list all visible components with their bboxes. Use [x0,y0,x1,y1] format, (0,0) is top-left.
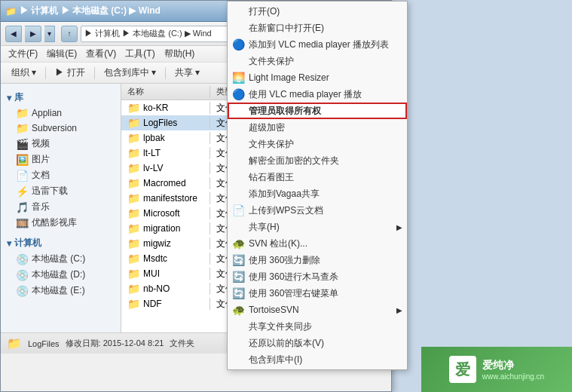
ctx-item-label: 上传到WPS云文档 [249,204,323,217]
context-menu-item[interactable]: 🌅Light Image Resizer [228,69,407,86]
title-bar-left: 📁 ▶ 计算机 ▶ 本地磁盘 (C:) ▶ Wind [5,5,161,17]
ctx-item-label: 添加到Vagaa共享 [249,188,320,201]
ctx-item-icon: 🐢 [232,237,245,250]
sidebar-folder-icon: 🎞️ [16,217,29,229]
sidebar-item-video[interactable]: 🎬 视频 [4,136,118,152]
sidebar-item-drive-c[interactable]: 💿 本地磁盘 (C:) [4,251,118,267]
menu-file[interactable]: 文件(F) [4,47,42,62]
nav-dropdown-button[interactable]: ▾ [44,26,55,42]
watermark-brand: 爱纯净 [482,358,544,372]
context-menu-item[interactable]: 钻石看图王 [228,169,407,185]
context-menu-item[interactable]: 共享文件夹同步 [228,318,407,335]
up-button[interactable]: ↑ [61,26,78,42]
sidebar-item-drive-d[interactable]: 💿 本地磁盘 (D:) [4,267,118,283]
file-name: lv-LV [143,163,163,173]
ctx-item-label: 添加到 VLC media player 播放列表 [249,38,389,51]
drive-c-icon: 💿 [16,253,29,265]
folder-icon: 📁 [127,283,140,295]
ctx-item-label: 使用 360强力删除 [249,254,320,267]
ctx-item-label: 文件夹保护 [249,55,294,68]
context-menu-item[interactable]: 文件夹保护 [228,136,407,152]
context-menu-item[interactable]: 超级加密 [228,119,407,136]
context-menu-item[interactable]: 添加到Vagaa共享 [228,185,407,202]
context-menu-item[interactable]: 📄上传到WPS云文档 [228,202,407,219]
ctx-item-label: 包含到库中(I) [249,354,302,366]
menu-tools[interactable]: 工具(T) [121,47,159,62]
folder-icon: 📁 [127,162,140,174]
sidebar-folder-icon: 📁 [16,122,29,134]
sidebar-folder-icon: 📁 [16,107,29,119]
sidebar-item-music[interactable]: 🎵 音乐 [4,199,118,215]
toolbar-organize[interactable]: 组织 ▾ [5,65,42,81]
folder-icon: 📁 [127,132,140,144]
context-menu-item[interactable]: 🐢SVN 检出(K)... [228,235,407,252]
menu-help[interactable]: 帮助(H) [160,47,200,62]
ctx-item-label: 管理员取得所有权 [249,105,321,118]
toolbar-open[interactable]: ▶ 打开 [49,65,90,81]
context-menu-item[interactable]: 🔄使用 360进行木马查杀 [228,268,407,285]
sidebar-item-youku[interactable]: 🎞️ 优酷影视库 [4,215,118,231]
ctx-item-label: 解密全面加密的文件夹 [249,155,339,167]
explorer-window: 📁 ▶ 计算机 ▶ 本地磁盘 (C:) ▶ Wind ─ □ ✕ ◀ ▶ ▾ ↑… [0,0,392,392]
drive-d-icon: 💿 [16,269,29,281]
context-menu-item[interactable]: 🔵添加到 VLC media player 播放列表 [228,36,407,53]
sidebar-folder-icon: 📄 [16,170,29,182]
sidebar-item-pictures[interactable]: 🖼️ 图片 [4,152,118,167]
ctx-item-icon: 🌅 [232,72,245,84]
context-menu-item[interactable]: 🔵使用 VLC media player 播放 [228,86,407,103]
computer-icon: ▾ [7,238,11,249]
menu-edit[interactable]: 编辑(E) [42,47,81,62]
context-menu-item[interactable]: 包含到库中(I) [228,351,407,368]
context-menu-item[interactable]: 还原以前的版本(V) [228,335,407,351]
sidebar-item-documents[interactable]: 📄 文档 [4,167,118,183]
ctx-item-label: TortoiseSVN [249,305,299,315]
sidebar-item-subversion[interactable]: 📁 Subversion [4,121,118,136]
context-menu-item[interactable]: 打开(O) [228,3,407,20]
status-filename: LogFiles [28,339,60,348]
toolbar-share[interactable]: 共享 ▾ [169,65,206,81]
sidebar-item-applian[interactable]: 📁 Applian [4,106,118,121]
file-name: Msdtc [143,253,167,264]
file-name: lt-LT [143,148,161,158]
sidebar-folder-icon: ⚡ [16,185,29,198]
folder-icon: 📁 [127,237,140,250]
ctx-item-icon: 🔵 [232,38,245,51]
toolbar-include[interactable]: 包含到库中 ▾ [98,65,162,81]
context-menu-item[interactable]: 🔄使用 360管理右键菜单 [228,285,407,302]
sidebar-section-computer: ▾ 计算机 💿 本地磁盘 (C:) 💿 本地磁盘 (D:) 💿 本地磁盘 (E:… [4,235,118,299]
file-name: LogFiles [143,118,177,128]
context-menu-item[interactable]: 共享(H)▶ [228,219,407,235]
drive-e-icon: 💿 [16,285,29,297]
sidebar-item-drive-e[interactable]: 💿 本地磁盘 (E:) [4,283,118,299]
context-menu-item[interactable]: 在新窗口中打开(E) [228,20,407,36]
context-menu-item[interactable]: 文件夹保护 [228,53,407,69]
ctx-item-icon: 🔄 [232,271,245,283]
sidebar-section-title-computer: ▾ 计算机 [4,235,118,251]
file-name: migwiz [143,238,171,249]
back-button[interactable]: ◀ [5,26,22,42]
file-name: MUI [143,268,160,279]
status-folder-icon: 📁 [7,336,22,351]
sidebar-folder-icon: 🎵 [16,201,29,213]
forward-button[interactable]: ▶ [25,26,41,42]
ctx-item-icon: 🐢 [232,304,245,316]
folder-icon: 📁 [127,298,140,310]
ctx-item-label: 使用 360进行木马查杀 [249,271,338,283]
col-name[interactable]: 名称 [121,86,210,97]
folder-icon: 📁 [127,102,140,114]
sidebar-folder-icon: 🎬 [16,138,29,150]
file-name: NDF [143,299,162,309]
folder-icon: 📁 [127,177,140,189]
file-name: manifeststore [143,193,197,204]
menu-view[interactable]: 查看(V) [81,47,121,62]
ctx-item-label: 文件夹保护 [249,138,294,151]
context-menu-item[interactable]: 管理员取得所有权 [228,103,407,119]
context-menu-item[interactable]: 解密全面加密的文件夹 [228,152,407,169]
toolbar-sep-3 [165,67,166,79]
breadcrumb-path: ▶ 计算机 ▶ 本地磁盘 (C:) ▶ Wind [84,28,212,39]
library-icon: ▾ [7,93,11,103]
folder-icon: 📁 [127,192,140,204]
context-menu-item[interactable]: 🐢TortoiseSVN▶ [228,302,407,318]
context-menu-item[interactable]: 🔄使用 360强力删除 [228,252,407,268]
sidebar-item-xunlei[interactable]: ⚡ 迅雷下载 [4,183,118,199]
